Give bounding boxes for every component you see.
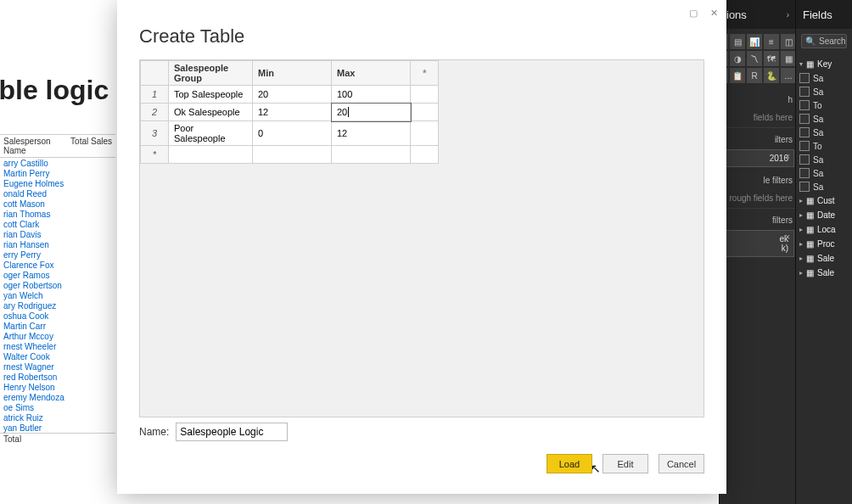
table-row[interactable]: eremy Mendoza: [0, 392, 115, 402]
fields-pane-header[interactable]: Fields: [796, 0, 852, 29]
viz-type-icon[interactable]: 🗺: [764, 51, 779, 66]
checkbox-icon[interactable]: [799, 168, 810, 178]
cell-max[interactable]: 100: [332, 86, 411, 104]
field-item[interactable]: Sa: [798, 126, 850, 139]
field-item[interactable]: Sa: [798, 166, 850, 180]
viz-pane-header[interactable]: ions ›: [720, 0, 796, 29]
close-icon[interactable]: ×: [785, 232, 790, 242]
fields-table-collapsed[interactable]: ▸▦Cust: [798, 193, 850, 208]
cancel-button[interactable]: Cancel: [659, 454, 704, 473]
table-row[interactable]: oshua Cook: [0, 311, 115, 321]
viz-type-icon[interactable]: 🐍: [764, 68, 779, 83]
table-row[interactable]: Arthur Mccoy: [0, 331, 115, 341]
checkbox-icon[interactable]: [799, 141, 810, 151]
cell-min[interactable]: 0: [253, 121, 332, 146]
viz-type-icon[interactable]: 📋: [730, 68, 745, 83]
table-row[interactable]: 2Ok Salespeople1220​: [141, 104, 439, 121]
bg-col-total: Total Sales: [70, 137, 112, 155]
table-row[interactable]: cott Clark: [0, 219, 115, 229]
table-row[interactable]: yan Welch: [0, 290, 115, 300]
viz-type-icon[interactable]: ◑: [730, 51, 745, 66]
table-row[interactable]: rnest Wagner: [0, 361, 115, 372]
table-row[interactable]: Walter Cook: [0, 351, 115, 361]
fields-table-collapsed[interactable]: ▸▦Sale: [798, 251, 850, 266]
fields-table-collapsed[interactable]: ▸▦Sale: [798, 266, 850, 280]
field-item[interactable]: Sa: [798, 153, 850, 166]
table-row[interactable]: arry Castillo: [0, 158, 115, 168]
cell-group[interactable]: Ok Salespeople: [169, 104, 253, 121]
checkbox-icon[interactable]: [799, 154, 810, 165]
table-row[interactable]: Martin Carr: [0, 321, 115, 331]
close-icon[interactable]: ×: [785, 152, 790, 161]
checkbox-icon[interactable]: [799, 100, 810, 110]
cell-min[interactable]: 20: [253, 86, 332, 104]
table-row[interactable]: oger Robertson: [0, 280, 115, 290]
viz-type-icon[interactable]: …: [781, 68, 796, 83]
viz-type-icon[interactable]: ▤: [730, 34, 745, 49]
table-row[interactable]: rian Thomas: [0, 209, 115, 219]
cell-max[interactable]: 12: [332, 121, 411, 146]
table-row[interactable]: erry Perry: [0, 249, 115, 260]
checkbox-icon[interactable]: [799, 114, 810, 124]
field-item[interactable]: Sa: [798, 71, 850, 85]
table-row[interactable]: yan Butler: [0, 423, 115, 433]
table-row[interactable]: Eugene Holmes: [0, 178, 115, 188]
viz-type-icon[interactable]: 〽: [747, 51, 762, 66]
table-row[interactable]: red Robertson: [0, 372, 115, 382]
table-row[interactable]: rian Hansen: [0, 239, 115, 249]
table-icon: ▦: [806, 239, 814, 249]
window-close-icon[interactable]: ✕: [708, 7, 720, 19]
checkbox-icon[interactable]: [799, 87, 810, 97]
window-maximize-icon[interactable]: ▢: [687, 7, 699, 19]
viz-type-icon[interactable]: 📊: [747, 34, 762, 49]
table-new-row[interactable]: *: [141, 146, 439, 164]
table-name-input[interactable]: [176, 423, 288, 441]
col-min[interactable]: Min: [253, 61, 332, 86]
table-row[interactable]: Henry Nelson: [0, 382, 115, 392]
add-column[interactable]: *: [411, 61, 439, 86]
edit-button[interactable]: Edit: [603, 454, 648, 473]
table-row[interactable]: 3Poor Salespeople012: [141, 121, 439, 146]
values-drop-hint[interactable]: fields here: [720, 108, 796, 128]
table-row[interactable]: onald Reed: [0, 188, 115, 199]
table-row[interactable]: Clarence Fox: [0, 260, 115, 270]
cell-group[interactable]: Top Salespeople: [169, 86, 253, 104]
filter-chip-week[interactable]: × ek k): [721, 230, 794, 257]
cell-min[interactable]: 12: [253, 104, 332, 121]
fields-search[interactable]: 🔍 Search: [796, 29, 852, 53]
table-row[interactable]: oger Ramos: [0, 270, 115, 280]
checkbox-icon[interactable]: [799, 127, 810, 137]
drillthrough-hint[interactable]: rough fields here: [720, 188, 796, 209]
table-row[interactable]: cott Mason: [0, 199, 115, 209]
col-salespeople-group[interactable]: Salespeople Group: [169, 61, 253, 86]
table-row[interactable]: rian Davis: [0, 229, 115, 239]
field-item[interactable]: Sa: [798, 112, 850, 126]
cell-max[interactable]: 20​: [332, 104, 411, 121]
field-item[interactable]: To: [798, 139, 850, 153]
fields-table-collapsed[interactable]: ▸▦Proc: [798, 237, 850, 251]
checkbox-icon[interactable]: [799, 182, 810, 192]
viz-type-icon[interactable]: R: [747, 68, 762, 83]
fields-table-collapsed[interactable]: ▸▦Loca: [798, 222, 850, 237]
table-row[interactable]: 1Top Salespeople20100: [141, 86, 439, 104]
table-editor[interactable]: Salespeople Group Min Max * 1Top Salespe…: [139, 59, 704, 417]
checkbox-icon[interactable]: [799, 73, 810, 83]
fields-table-collapsed[interactable]: ▸▦Date: [798, 208, 850, 222]
table-row[interactable]: ary Rodriguez: [0, 300, 115, 311]
table-row[interactable]: Martin Perry: [0, 168, 115, 178]
field-item[interactable]: Sa: [798, 180, 850, 193]
viz-type-icon[interactable]: ▦: [781, 51, 796, 66]
field-item[interactable]: To: [798, 98, 850, 112]
table-row[interactable]: oe Sims: [0, 402, 115, 412]
page-title-fragment: table logic: [0, 75, 109, 106]
field-item[interactable]: Sa: [798, 85, 850, 98]
cell-group[interactable]: Poor Salespeople: [169, 121, 253, 146]
col-max[interactable]: Max: [332, 61, 411, 86]
table-row[interactable]: rnest Wheeler: [0, 341, 115, 351]
load-button[interactable]: Load: [547, 454, 592, 473]
fields-table-key[interactable]: ▾ ▦ Key: [798, 57, 850, 71]
table-row[interactable]: atrick Ruiz: [0, 412, 115, 423]
viz-type-icon[interactable]: ≡: [764, 34, 779, 49]
filter-chip-year[interactable]: × 2016: [721, 149, 794, 167]
viz-type-icon[interactable]: ◫: [781, 34, 796, 49]
